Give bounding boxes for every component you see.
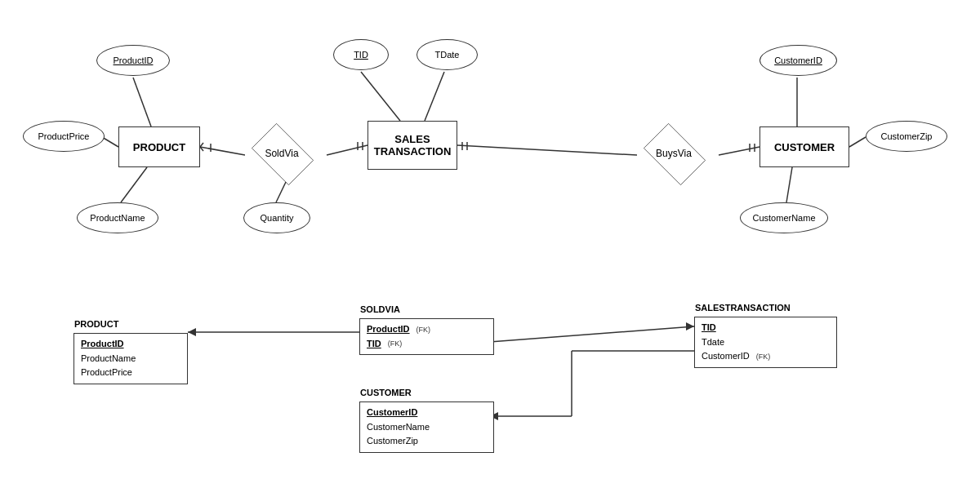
attr-productprice: ProductPrice xyxy=(23,121,105,152)
schema-row: CustomerID (FK) xyxy=(702,349,830,364)
schema-row: CustomerID xyxy=(367,406,487,420)
attr-customername: CustomerName xyxy=(740,202,828,233)
svg-line-1 xyxy=(102,137,118,147)
svg-line-3 xyxy=(361,72,400,121)
schema-row: CustomerZip xyxy=(367,434,487,449)
attr-quantity: Quantity xyxy=(243,202,310,233)
schema-row: ProductID xyxy=(81,337,180,352)
schema-title-customer: CUSTOMER xyxy=(360,388,412,397)
schema-row: ProductID (FK) xyxy=(367,322,487,337)
svg-line-16 xyxy=(457,145,637,155)
svg-line-0 xyxy=(133,78,151,126)
svg-line-4 xyxy=(425,72,444,121)
schema-row: ProductName xyxy=(81,352,180,366)
svg-line-5 xyxy=(276,182,286,202)
schema-table-product: PRODUCT ProductID ProductName ProductPri… xyxy=(74,333,188,384)
svg-line-10 xyxy=(200,143,203,147)
attr-productid: ProductID xyxy=(96,45,170,76)
schema-table-soldvia: SOLDVIA ProductID (FK) TID (FK) xyxy=(359,318,494,355)
attr-customerzip: CustomerZip xyxy=(866,121,947,152)
schema-row: TID xyxy=(702,321,830,335)
svg-line-7 xyxy=(849,137,866,147)
schema-row: TID (FK) xyxy=(367,337,487,352)
attr-productname: ProductName xyxy=(77,202,158,233)
attr-tdate: TDate xyxy=(416,39,478,70)
schema-row: Tdate xyxy=(702,335,830,350)
schema-row: ProductPrice xyxy=(81,366,180,380)
svg-line-8 xyxy=(786,167,792,202)
schema-title-product: PRODUCT xyxy=(74,319,118,329)
entity-customer: CUSTOMER xyxy=(760,126,849,167)
svg-marker-23 xyxy=(188,328,196,336)
svg-marker-25 xyxy=(686,322,694,331)
diagram-area: PRODUCT SALES TRANSACTION CUSTOMER SoldV… xyxy=(0,0,980,488)
schema-row: CustomerName xyxy=(367,420,487,435)
entity-sales-transaction: SALES TRANSACTION xyxy=(368,121,457,170)
svg-line-2 xyxy=(121,167,147,202)
attr-tid: TID xyxy=(333,39,389,70)
svg-line-9 xyxy=(200,147,245,155)
entity-product: PRODUCT xyxy=(118,126,200,167)
attr-customerid: CustomerID xyxy=(760,45,837,76)
svg-line-11 xyxy=(200,147,203,151)
relationship-buysvia: BuysVia xyxy=(637,129,710,178)
schema-table-salestransaction: SALESTRANSACTION TID Tdate CustomerID (F… xyxy=(694,317,837,368)
schema-title-salestransaction: SALESTRANSACTION xyxy=(695,303,791,313)
svg-line-13 xyxy=(327,145,368,155)
relationship-soldvia: SoldVia xyxy=(245,129,318,178)
schema-table-customer: CUSTOMER CustomerID CustomerName Custome… xyxy=(359,401,494,453)
svg-line-19 xyxy=(719,147,760,155)
schema-title-soldvia: SOLDVIA xyxy=(360,304,400,314)
